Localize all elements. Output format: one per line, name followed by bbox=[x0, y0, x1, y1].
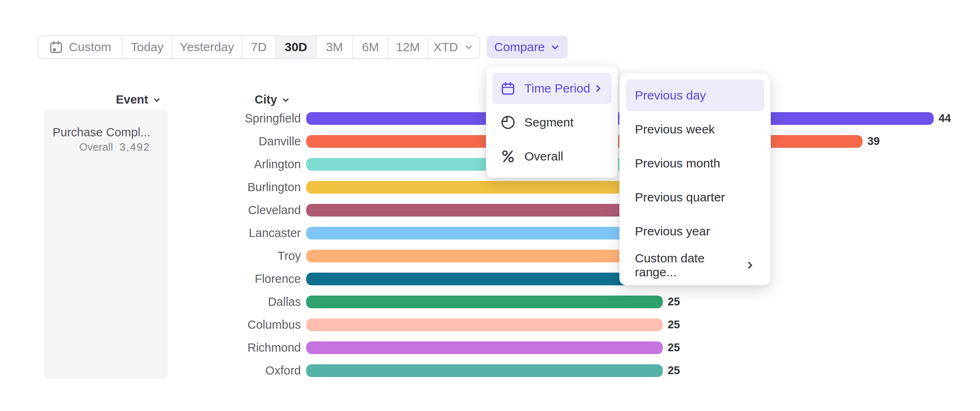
range-button-7d[interactable]: 7D bbox=[242, 36, 275, 58]
city-label-burlington: Burlington bbox=[147, 181, 301, 194]
range-button-label: XTD bbox=[434, 40, 458, 54]
city-label-springfield: Springfield bbox=[147, 112, 301, 125]
range-button-label: 6M bbox=[362, 40, 379, 54]
range-button-3m[interactable]: 3M bbox=[316, 36, 352, 58]
menu-item-previous-week[interactable]: Previous week bbox=[626, 113, 764, 145]
menu-item-segment[interactable]: Segment bbox=[492, 106, 612, 138]
menu-item-label: Previous month bbox=[635, 156, 720, 170]
range-button-label: 12M bbox=[396, 40, 420, 54]
calendar-icon bbox=[49, 40, 63, 54]
bar-value-springfield: 44 bbox=[939, 112, 951, 125]
city-label-cleveland: Cleveland bbox=[147, 204, 301, 217]
compare-button[interactable]: Compare bbox=[487, 36, 568, 59]
city-label-columbus: Columbus bbox=[147, 318, 301, 331]
menu-item-previous-year[interactable]: Previous year bbox=[626, 215, 764, 247]
menu-item-label: Previous week bbox=[635, 122, 715, 136]
city-label-lancaster: Lancaster bbox=[147, 227, 301, 239]
chevron-right-icon bbox=[593, 83, 603, 94]
bar-value-columbus: 25 bbox=[668, 318, 680, 331]
city-label-richmond: Richmond bbox=[147, 341, 301, 354]
city-label-danville: Danville bbox=[147, 135, 301, 148]
chevron-down-icon bbox=[550, 42, 560, 52]
menu-item-label: Previous year bbox=[635, 224, 710, 238]
bar-dallas[interactable] bbox=[306, 296, 663, 308]
compare-button-label: Compare bbox=[494, 40, 544, 54]
range-button-label: 3M bbox=[326, 40, 343, 54]
bar-columbus[interactable] bbox=[306, 318, 663, 331]
segment-icon bbox=[501, 115, 515, 130]
city-label-dallas: Dallas bbox=[147, 296, 301, 308]
menu-item-label: Segment bbox=[524, 115, 574, 129]
menu-item-previous-quarter[interactable]: Previous quarter bbox=[626, 181, 764, 213]
date-range-toolbar: CustomTodayYesterday7D30D3M6M12MXTD bbox=[38, 35, 480, 59]
range-button-12m[interactable]: 12M bbox=[388, 36, 427, 58]
bar-value-richmond: 25 bbox=[668, 341, 680, 354]
menu-item-time-period[interactable]: Time Period bbox=[492, 72, 612, 104]
range-button-label: 30D bbox=[285, 40, 307, 54]
menu-item-previous-month[interactable]: Previous month bbox=[626, 147, 764, 179]
city-label-florence: Florence bbox=[147, 273, 301, 285]
time-period-submenu: Previous dayPrevious weekPrevious monthP… bbox=[619, 73, 771, 285]
range-button-today[interactable]: Today bbox=[122, 36, 172, 58]
city-label-oxford: Oxford bbox=[147, 364, 301, 377]
city-label-troy: Troy bbox=[147, 250, 301, 262]
chevron-down-icon bbox=[464, 42, 474, 52]
bar-value-dallas: 25 bbox=[668, 296, 680, 308]
chevron-right-icon bbox=[745, 260, 755, 271]
range-button-label: 7D bbox=[251, 40, 266, 54]
menu-item-label: Previous quarter bbox=[635, 190, 725, 204]
range-button-30d[interactable]: 30D bbox=[275, 36, 316, 58]
menu-item-label: Overall bbox=[524, 149, 563, 163]
menu-item-label: Time Period bbox=[524, 81, 590, 95]
range-button-6m[interactable]: 6M bbox=[352, 36, 388, 58]
bar-oxford[interactable] bbox=[306, 364, 663, 377]
bar-chart: Springfield44Danville39ArlingtonBurlingt… bbox=[0, 0, 980, 411]
bar-value-oxford: 25 bbox=[668, 364, 680, 377]
menu-item-label: Custom date range... bbox=[635, 251, 745, 279]
range-button-custom[interactable]: Custom bbox=[38, 36, 122, 58]
compare-menu: Time PeriodSegmentOverall bbox=[486, 65, 618, 178]
menu-item-custom-date-range[interactable]: Custom date range... bbox=[626, 249, 764, 281]
percent-icon bbox=[501, 149, 515, 164]
range-button-label: Today bbox=[131, 40, 163, 54]
range-button-xtd[interactable]: XTD bbox=[427, 36, 479, 58]
calendar-icon bbox=[501, 81, 515, 96]
menu-item-overall[interactable]: Overall bbox=[492, 140, 612, 172]
range-button-label: Yesterday bbox=[180, 40, 234, 54]
city-label-arlington: Arlington bbox=[147, 158, 301, 171]
bar-value-danville: 39 bbox=[867, 135, 880, 148]
menu-item-label: Previous day bbox=[635, 88, 706, 102]
range-button-yesterday[interactable]: Yesterday bbox=[172, 36, 242, 58]
bar-richmond[interactable] bbox=[306, 341, 663, 354]
range-button-label: Custom bbox=[69, 40, 111, 54]
menu-item-previous-day[interactable]: Previous day bbox=[626, 79, 764, 111]
